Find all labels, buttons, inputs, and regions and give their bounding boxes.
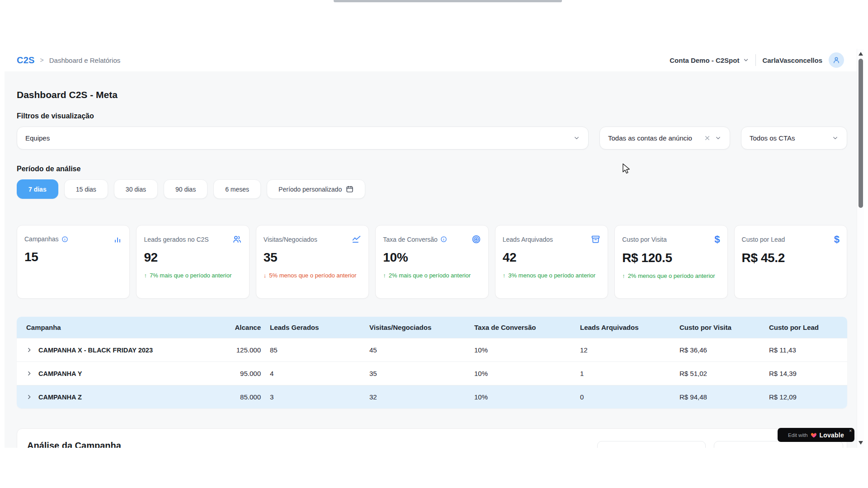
period-buttons: 7 dias 15 dias 30 dias 90 dias 6 meses P… — [17, 179, 847, 199]
trend-up-icon: ↑ — [144, 272, 147, 280]
campaign-name: CAMPANHA X - BLACK FRIDAY 2023 — [38, 347, 153, 354]
table-row-campanha-y[interactable]: CAMPANHA Y 95.000 4 35 10% 1 R$ 51,02 R$… — [17, 362, 847, 385]
kpi-label: Custo por Lead — [742, 236, 785, 243]
period-7-dias-button[interactable]: 7 dias — [17, 179, 58, 199]
clear-filter-icon[interactable] — [704, 135, 710, 141]
cell-taxa: 10% — [470, 385, 576, 409]
filters-heading: Filtros de visualização — [17, 112, 847, 120]
period-90-dias-button[interactable]: 90 dias — [164, 179, 208, 199]
teams-select[interactable]: Equipes — [17, 127, 589, 150]
cell-custo-lead: R$ 11,43 — [764, 338, 847, 362]
header-divider — [755, 54, 756, 66]
kpi-value: 10% — [383, 250, 481, 265]
chevron-down-icon — [830, 447, 836, 448]
breadcrumb-separator: > — [40, 56, 44, 64]
cell-custo-visita: R$ 51,02 — [675, 362, 764, 385]
scrollbar-thumb[interactable] — [859, 59, 863, 208]
kpi-card-taxa-conversao: Taxa de Conversão 10% ↑ 2% mais que o pe… — [375, 225, 488, 299]
page-title: Dashboard C2S - Meta — [17, 89, 847, 100]
header-right-group: Conta Demo - C2Spot CarlaVasconcellos — [670, 52, 844, 68]
expand-row-icon[interactable] — [26, 347, 32, 353]
c2s-logo[interactable]: C2S — [17, 55, 35, 66]
teams-select-value: Equipes — [25, 134, 50, 142]
edit-with-lovable-badge[interactable]: Edit with Lovable × — [778, 428, 854, 442]
col-custo-visita: Custo por Visita — [675, 317, 764, 338]
kpi-value: R$ 45.2 — [742, 251, 840, 265]
ad-accounts-select[interactable]: Todas as contas de anúncio — [599, 127, 730, 150]
expand-row-icon[interactable] — [26, 394, 32, 400]
scrollbar-up-icon[interactable] — [859, 52, 863, 56]
avatar[interactable] — [829, 52, 844, 68]
filters-row: Equipes Todas as contas de anúncio Todos… — [17, 127, 847, 150]
info-icon[interactable] — [61, 236, 68, 243]
kpi-value: 35 — [264, 250, 361, 265]
col-custo-lead: Custo por Lead — [764, 317, 847, 338]
campaign-name: CAMPANHA Y — [38, 370, 82, 377]
kpi-cards: Campanhas 15 Leads gerados no C2S — [17, 225, 847, 299]
period-heading: Período de análise — [17, 165, 847, 173]
top-navigation-bar: C2S > Dashboard e Relatórios Conta Demo … — [5, 49, 864, 71]
cell-visitas: 45 — [365, 338, 470, 362]
kpi-label: Custo por Visita — [622, 236, 667, 243]
campaigns-table: Campanha Alcance Leads Gerados Visitas/N… — [17, 317, 847, 408]
cell-custo-visita: R$ 94,48 — [675, 385, 764, 409]
bar-chart-icon — [113, 235, 122, 244]
cell-alcance: 95.000 — [207, 362, 265, 385]
analysis-campaign-select[interactable]: CAMPANHA Z — [597, 441, 706, 448]
ctas-select[interactable]: Todos os CTAs — [741, 127, 847, 150]
cell-visitas: 32 — [365, 385, 470, 409]
cell-leads-gerados: 3 — [265, 385, 365, 409]
analysis-view-select[interactable]: Campanha Completa — [714, 441, 843, 448]
kpi-card-leads-gerados: Leads gerados no C2S 92 ↑ 7% mais que o … — [136, 225, 249, 299]
scrollbar-down-icon[interactable] — [859, 441, 863, 445]
analysis-title: Análise da Campanha — [27, 438, 121, 448]
period-30-dias-button[interactable]: 30 dias — [114, 179, 158, 199]
col-alcance: Alcance — [207, 317, 265, 338]
cell-taxa: 10% — [470, 362, 576, 385]
calendar-icon — [346, 185, 354, 193]
ad-accounts-select-value: Todas as contas de anúncio — [608, 134, 692, 142]
kpi-label: Leads Arquivados — [503, 236, 553, 243]
cell-leads-gerados: 85 — [265, 338, 365, 362]
period-6-meses-button[interactable]: 6 meses — [213, 179, 261, 199]
kpi-delta: ↑ 2% menos que o período anterior — [622, 272, 720, 280]
dollar-icon: $ — [834, 235, 840, 244]
cell-arquivados: 12 — [576, 338, 675, 362]
info-icon[interactable] — [440, 236, 447, 243]
col-taxa: Taxa de Conversão — [470, 317, 576, 338]
vertical-scrollbar — [857, 49, 864, 448]
breadcrumb[interactable]: Dashboard e Relatórios — [49, 56, 121, 64]
analysis-campaign-value: CAMPANHA Z — [604, 446, 647, 448]
trend-up-icon: ↑ — [622, 272, 625, 280]
cell-leads-gerados: 4 — [265, 362, 365, 385]
kpi-delta: ↑ 3% menos que o período anterior — [503, 272, 600, 280]
ctas-select-value: Todos os CTAs — [750, 134, 795, 142]
badge-brand: Lovable — [820, 432, 844, 439]
chevron-down-icon — [573, 135, 580, 141]
trend-up-icon: ↑ — [383, 272, 386, 280]
close-icon[interactable]: × — [849, 429, 852, 433]
main-content: Dashboard C2S - Meta Filtros de visualiz… — [5, 71, 847, 448]
kpi-card-campanhas: Campanhas 15 — [17, 225, 130, 299]
period-custom-button[interactable]: Período personalizado — [267, 179, 365, 199]
top-crop-strip — [334, 0, 562, 2]
table-row-campanha-z[interactable]: CAMPANHA Z 85.000 3 32 10% 0 R$ 94,48 R$… — [17, 385, 847, 409]
target-icon — [472, 235, 481, 244]
kpi-value: 92 — [144, 250, 241, 265]
kpi-delta: ↑ 2% mais que o período anterior — [383, 272, 481, 280]
person-icon — [832, 56, 840, 64]
cell-alcance: 85.000 — [207, 385, 265, 409]
kpi-card-custo-visita: Custo por Visita $ R$ 120.5 ↑ 2% menos q… — [614, 225, 727, 299]
period-15-dias-button[interactable]: 15 dias — [64, 179, 108, 199]
col-arquivados: Leads Arquivados — [576, 317, 675, 338]
account-selector[interactable]: Conta Demo - C2Spot — [670, 56, 749, 64]
line-chart-icon — [352, 235, 361, 244]
table-row-campanha-x[interactable]: CAMPANHA X - BLACK FRIDAY 2023 125.000 8… — [17, 338, 847, 362]
kpi-delta-text: 2% menos que o período anterior — [628, 272, 715, 280]
expand-row-icon[interactable] — [26, 371, 32, 376]
kpi-value: 15 — [24, 250, 122, 264]
cell-taxa: 10% — [470, 338, 576, 362]
archive-icon — [591, 235, 600, 244]
kpi-delta-text: 2% mais que o período anterior — [389, 272, 471, 280]
trend-up-icon: ↑ — [503, 272, 506, 280]
